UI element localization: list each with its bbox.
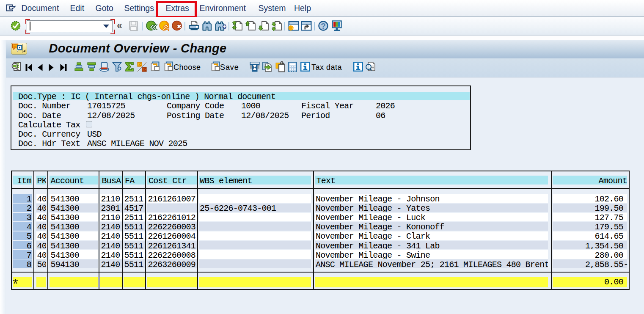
svg-text:?: ? [321,22,326,30]
